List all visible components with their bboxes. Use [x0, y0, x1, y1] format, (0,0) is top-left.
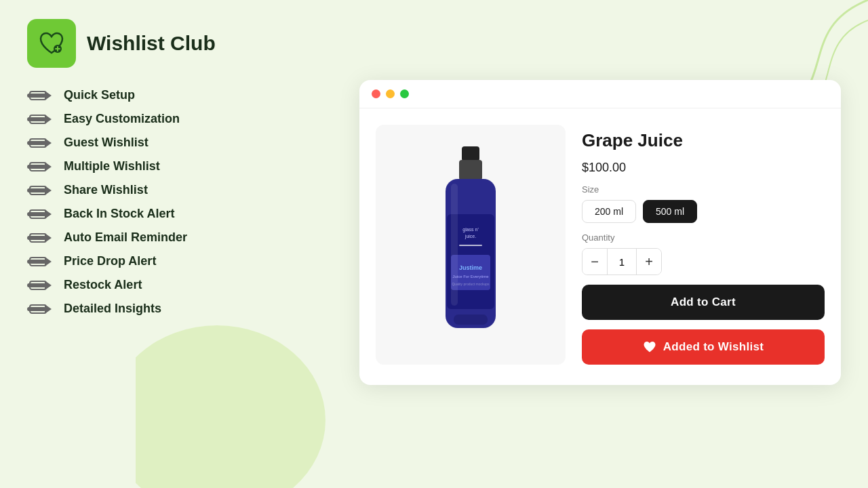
product-area: glass n' juice. Justime Juice For Everyt…: [359, 108, 841, 385]
header: Wishlist Club: [0, 0, 868, 81]
size-500ml[interactable]: 500 ml: [643, 200, 697, 223]
arrow-icon: [27, 89, 52, 102]
svg-marker-6: [45, 91, 52, 100]
svg-text:juice.: juice.: [465, 234, 476, 239]
svg-rect-46: [451, 184, 458, 306]
dot-green: [400, 89, 409, 98]
product-name: Grape Juice: [582, 130, 825, 151]
svg-marker-9: [45, 115, 52, 124]
browser-card: glass n' juice. Justime Juice For Everyt…: [359, 80, 841, 385]
quantity-increase[interactable]: +: [637, 249, 661, 274]
svg-marker-12: [45, 138, 52, 148]
add-to-wishlist-button[interactable]: Added to Wishlist: [582, 329, 825, 365]
feature-label: Detailed Insights: [64, 302, 161, 316]
quantity-label: Quantity: [582, 232, 825, 243]
arrow-icon: [27, 303, 52, 315]
feature-label: Price Drop Alert: [64, 254, 156, 268]
svg-rect-45: [454, 314, 488, 325]
arrow-icon: [27, 184, 52, 197]
feature-label: Quick Setup: [64, 88, 135, 102]
svg-marker-15: [45, 162, 52, 171]
feature-label: Easy Customization: [64, 112, 180, 126]
arrow-icon: [27, 279, 52, 291]
feature-label: Auto Email Reminder: [64, 230, 187, 245]
arrow-icon: [27, 161, 52, 173]
svg-text:Juice For Everytime: Juice For Everytime: [452, 274, 489, 279]
svg-rect-35: [459, 160, 482, 180]
quantity-row: − 1 +: [582, 248, 825, 275]
heart-icon: [643, 340, 656, 354]
size-options: 200 ml 500 ml: [582, 200, 825, 223]
svg-marker-27: [45, 257, 52, 266]
size-label: Size: [582, 184, 825, 195]
dot-yellow: [386, 89, 395, 98]
svg-rect-40: [459, 245, 482, 246]
logo: [27, 19, 76, 68]
arrow-icon: [27, 256, 52, 268]
arrow-icon: [27, 232, 52, 244]
feature-label: Share Wishlist: [64, 183, 148, 197]
svg-point-0: [136, 325, 326, 488]
quantity-section: Quantity − 1 +: [582, 232, 825, 275]
product-details: Grape Juice $100.00 Size 200 ml 500 ml Q…: [582, 125, 825, 365]
add-to-cart-button[interactable]: Add to Cart: [582, 285, 825, 320]
feature-label: Guest Wishlist: [64, 136, 149, 150]
arrow-icon: [27, 208, 52, 220]
quantity-decrease[interactable]: −: [583, 249, 607, 274]
browser-titlebar: [359, 80, 841, 108]
svg-text:glass n': glass n': [462, 227, 479, 232]
feature-label: Multiple Wishlist: [64, 159, 160, 174]
svg-marker-21: [45, 209, 52, 219]
product-price: $100.00: [582, 161, 825, 175]
quantity-control: − 1 +: [582, 248, 662, 275]
svg-rect-34: [462, 146, 479, 161]
wishlist-label: Added to Wishlist: [663, 340, 764, 354]
feature-label: Back In Stock Alert: [64, 207, 174, 221]
svg-marker-33: [45, 304, 52, 314]
app-title: Wishlist Club: [87, 32, 216, 55]
dot-red: [372, 89, 380, 98]
product-image-container: glass n' juice. Justime Juice For Everyt…: [376, 125, 566, 365]
size-section: Size 200 ml 500 ml: [582, 184, 825, 223]
svg-text:Justime: Justime: [459, 264, 482, 271]
svg-marker-18: [45, 186, 52, 195]
arrow-icon: [27, 113, 52, 125]
size-200ml[interactable]: 200 ml: [582, 200, 636, 223]
feature-label: Restock Alert: [64, 278, 142, 292]
arrow-icon: [27, 137, 52, 149]
quantity-value: 1: [607, 249, 637, 274]
logo-icon: [37, 28, 66, 58]
svg-marker-30: [45, 281, 52, 290]
svg-marker-24: [45, 233, 52, 243]
product-image: glass n' juice. Justime Juice For Everyt…: [413, 140, 528, 350]
